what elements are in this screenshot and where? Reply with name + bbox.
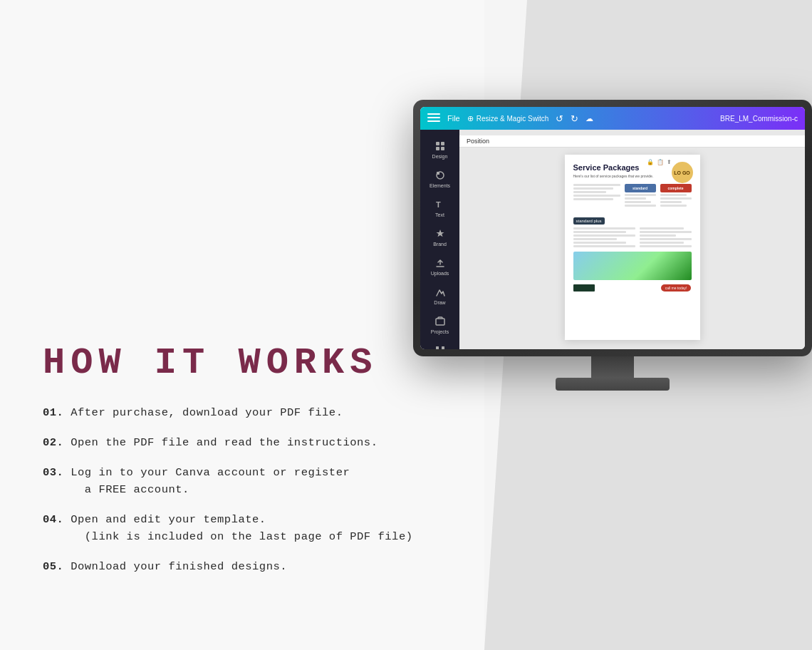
step-2: 02. Open the PDF file and read the instr… xyxy=(43,434,470,451)
elements-icon xyxy=(434,169,447,182)
step-2-number: 02. xyxy=(43,436,63,449)
step-4: 04. Open and edit your template. (link i… xyxy=(43,511,470,545)
sidebar-item-apps[interactable]: Apps xyxy=(422,340,458,349)
text-icon: T xyxy=(434,198,447,211)
doc-footer-logo xyxy=(573,284,595,292)
svg-rect-3 xyxy=(441,147,444,150)
step-2-text: Open the PDF file and read the instructi… xyxy=(63,436,378,449)
step-1-number: 01. xyxy=(43,406,63,419)
projects-icon xyxy=(434,315,447,328)
canva-toolbar: File Resize & Magic Switch ↺ ↻ ☁ BRE_LM_… xyxy=(420,107,805,130)
monitor-container: File Resize & Magic Switch ↺ ↻ ☁ BRE_LM_… xyxy=(413,100,812,391)
lock-icon: 🔒 xyxy=(647,159,654,165)
toolbar-filename: BRE_LM_Commission-c xyxy=(720,115,798,123)
svg-text:T: T xyxy=(436,200,441,209)
document-preview: 🔒 📋 ⬆ LO GO Service Packages Here's our … xyxy=(565,155,700,340)
step-5-text: Download your finished designs. xyxy=(63,560,287,573)
step-5-number: 05. xyxy=(43,560,63,573)
svg-rect-2 xyxy=(436,147,439,150)
sidebar-item-design[interactable]: Design xyxy=(422,135,458,163)
export-icon: ⬆ xyxy=(667,159,672,165)
page-title: HOW IT WORKS xyxy=(43,342,470,384)
col-standard: standard xyxy=(625,184,656,192)
sidebar-item-draw[interactable]: Draw xyxy=(422,282,458,309)
monitor-screen: File Resize & Magic Switch ↺ ↻ ☁ BRE_LM_… xyxy=(420,107,805,349)
step-3: 03. Log in to your Canva account or regi… xyxy=(43,464,470,498)
sidebar-item-elements[interactable]: Elements xyxy=(422,165,458,192)
step-4-number: 04. xyxy=(43,513,63,526)
toolbar-redo-button[interactable]: ↻ xyxy=(571,113,578,124)
steps-list: 01. After purchase, download your PDF fi… xyxy=(43,404,470,575)
position-label: Position xyxy=(467,138,489,145)
toolbar-undo-button[interactable]: ↺ xyxy=(556,113,563,124)
design-icon xyxy=(434,140,447,153)
sidebar-elements-label: Elements xyxy=(430,183,450,188)
step-3-text: Log in to your Canva account or register… xyxy=(43,466,350,496)
draw-icon xyxy=(434,286,447,299)
canva-main: Design Elements xyxy=(420,130,805,349)
sidebar-draw-label: Draw xyxy=(434,300,445,305)
brand-icon xyxy=(434,227,447,240)
doc-text-block-1 xyxy=(573,227,692,249)
doc-column-headers: standard complete xyxy=(573,184,692,208)
doc-cta: call me today! xyxy=(661,284,692,292)
svg-rect-9 xyxy=(442,346,444,349)
sidebar-item-brand[interactable]: Brand xyxy=(422,223,458,251)
copy-icon: 📋 xyxy=(657,159,664,165)
canva-canvas-area: Position 🔒 📋 ⬆ LO GO xyxy=(459,130,805,349)
step-5: 05. Download your finished designs. xyxy=(43,558,470,575)
magic-switch-label: Resize & Magic Switch xyxy=(477,115,549,123)
sidebar-item-uploads[interactable]: Uploads xyxy=(422,252,458,280)
sidebar-item-projects[interactable]: Projects xyxy=(422,311,458,339)
position-bar: Position xyxy=(459,135,805,148)
sidebar-brand-label: Brand xyxy=(433,242,447,247)
svg-rect-0 xyxy=(436,142,439,145)
sidebar-item-text[interactable]: T Text xyxy=(422,194,458,222)
col-complete: complete xyxy=(660,184,692,192)
monitor-neck xyxy=(591,356,634,378)
monitor: File Resize & Magic Switch ↺ ↻ ☁ BRE_LM_… xyxy=(413,100,812,391)
canva-sidebar: Design Elements xyxy=(420,130,459,349)
svg-rect-5 xyxy=(437,172,439,175)
step-1-text: After purchase, download your PDF file. xyxy=(63,406,343,419)
uploads-icon xyxy=(434,257,447,269)
doc-footer: call me today! xyxy=(573,284,692,292)
doc-section-header: standard plus xyxy=(573,217,605,225)
monitor-frame: File Resize & Magic Switch ↺ ↻ ☁ BRE_LM_… xyxy=(413,100,812,356)
toolbar-magic-switch[interactable]: Resize & Magic Switch xyxy=(467,114,549,123)
step-1: 01. After purchase, download your PDF fi… xyxy=(43,404,470,421)
apps-icon xyxy=(434,344,447,349)
sidebar-design-label: Design xyxy=(432,154,448,159)
step-4-text: Open and edit your template. (link is in… xyxy=(43,513,412,543)
monitor-base xyxy=(556,378,670,391)
content-left: HOW IT WORKS 01. After purchase, downloa… xyxy=(43,342,470,588)
sidebar-uploads-label: Uploads xyxy=(431,271,449,276)
doc-logo: LO GO xyxy=(672,162,693,183)
doc-image-placeholder xyxy=(573,252,692,280)
sidebar-text-label: Text xyxy=(435,212,444,217)
toolbar-cloud-icon: ☁ xyxy=(585,114,593,123)
svg-rect-7 xyxy=(436,319,444,325)
svg-rect-8 xyxy=(436,346,439,349)
step-3-number: 03. xyxy=(43,466,63,479)
hamburger-icon[interactable] xyxy=(427,113,440,123)
sidebar-projects-label: Projects xyxy=(431,329,449,334)
svg-rect-1 xyxy=(441,142,444,145)
toolbar-file-label[interactable]: File xyxy=(447,114,460,123)
